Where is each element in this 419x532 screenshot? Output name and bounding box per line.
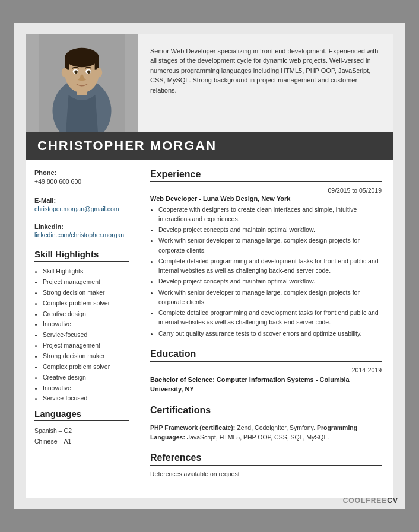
exp-bullet: Develop project concepts and maintain op… — [158, 276, 382, 286]
exp-title: Web Developer - Luna Web Design, New Yor… — [150, 195, 382, 202]
header-top: Senior Web Developer specializing in fro… — [26, 34, 393, 132]
name-bar: CHRISTOPHER MORGAN — [26, 132, 393, 160]
skill-item: Complex problem solver — [43, 362, 129, 372]
languages-section: Languages Spanish – C2Chinese – A1 — [34, 409, 129, 447]
exp-bullet: Complete detailed programming and develo… — [158, 308, 382, 327]
exp-bullets: Cooperate with designers to create clean… — [150, 205, 382, 338]
exp-bullet: Carry out quality assurance tests to dis… — [158, 329, 382, 338]
skill-item: Project management — [43, 340, 129, 351]
right-column: Experience 09/2015 to 05/2019Web Develop… — [138, 160, 393, 498]
phone-section: Phone: +49 800 600 600 — [34, 169, 129, 187]
skill-item: Service-focused — [43, 330, 129, 340]
svg-point-7 — [62, 68, 68, 77]
linkedin-label: Linkedin: — [34, 223, 129, 230]
email-section: E-Mail: christoper.morgan@gmail.com — [34, 197, 129, 212]
exp-bullet: Cooperate with designers to create clean… — [158, 205, 382, 224]
full-name: CHRISTOPHER MORGAN — [37, 138, 217, 153]
exp-bullet: Work with senior developer to manage lar… — [158, 235, 382, 255]
edu-title: Bachelor of Science: Computer Informatio… — [150, 375, 382, 394]
experience-entry: 09/2015 to 05/2019Web Developer - Luna W… — [150, 187, 382, 338]
resume-document: Senior Web Developer specializing in fro… — [26, 34, 393, 498]
certifications-section: Certifications PHP Framework (certificat… — [150, 405, 382, 442]
summary-section: Senior Web Developer specializing in fro… — [138, 34, 393, 132]
education-section: Education 2014-2019Bachelor of Science: … — [150, 349, 382, 394]
linkedin-section: Linkedin: linkedin.com/christopher.morga… — [34, 223, 129, 238]
svg-point-12 — [87, 70, 90, 73]
skill-item: Complex problem solver — [43, 298, 129, 309]
skill-item: Creative design — [43, 372, 129, 383]
cert-content: PHP Framework (certificate): Zend, Codei… — [150, 423, 382, 442]
svg-point-8 — [96, 68, 102, 77]
references-section: References References available on reque… — [150, 453, 382, 477]
linkedin-link[interactable]: linkedin.com/christopher.morgan — [34, 231, 129, 238]
references-text: References available on request — [150, 470, 382, 477]
education-entries: 2014-2019Bachelor of Science: Computer I… — [150, 367, 382, 394]
watermark-cv: CV — [387, 496, 398, 505]
skill-item: Project management — [43, 277, 129, 288]
phone-value: +49 800 600 600 — [34, 177, 129, 187]
skill-item: Creative design — [43, 309, 129, 320]
languages-heading: Languages — [34, 409, 129, 421]
skills-section: Skill Highlights Skill HighlightsProject… — [34, 249, 129, 404]
exp-date: 09/2015 to 05/2019 — [150, 187, 382, 194]
languages-list: Spanish – C2Chinese – A1 — [34, 426, 129, 447]
skill-item: Service-focused — [43, 393, 129, 404]
email-link[interactable]: christoper.morgan@gmail.com — [34, 205, 129, 212]
education-entry: 2014-2019Bachelor of Science: Computer I… — [150, 367, 382, 394]
exp-bullet: Work with senior developer to manage lar… — [158, 288, 382, 307]
references-heading: References — [150, 453, 382, 466]
experience-heading: Experience — [150, 169, 382, 182]
skill-item: Innovative — [43, 383, 129, 394]
skills-heading: Skill Highlights — [34, 249, 129, 262]
skill-item: Strong decision maker — [43, 351, 129, 362]
profile-photo — [26, 34, 138, 132]
edu-date: 2014-2019 — [150, 367, 382, 374]
skill-item: Strong decision maker — [43, 288, 129, 298]
watermark-main: COOLFREE — [343, 496, 388, 505]
skill-item: Skill Highlights — [43, 266, 129, 277]
exp-bullet: Complete detailed programming and develo… — [158, 256, 382, 276]
experience-entries: 09/2015 to 05/2019Web Developer - Luna W… — [150, 187, 382, 338]
exp-bullet: Develop project concepts and maintain op… — [158, 225, 382, 234]
skill-item: Innovative — [43, 319, 129, 330]
summary-text: Senior Web Developer specializing in fro… — [150, 46, 382, 95]
education-heading: Education — [150, 349, 382, 362]
left-column: Phone: +49 800 600 600 E-Mail: christope… — [26, 160, 138, 498]
certifications-heading: Certifications — [150, 405, 382, 418]
language-item: Chinese – A1 — [34, 437, 129, 447]
page-wrapper: Senior Web Developer specializing in fro… — [14, 23, 405, 510]
svg-point-4 — [65, 47, 99, 66]
experience-section: Experience 09/2015 to 05/2019Web Develop… — [150, 169, 382, 338]
watermark: COOLFREECV — [343, 496, 398, 505]
phone-label: Phone: — [34, 169, 129, 176]
email-label: E-Mail: — [34, 197, 129, 204]
body-section: Phone: +49 800 600 600 E-Mail: christope… — [26, 160, 393, 498]
language-item: Spanish – C2 — [34, 426, 129, 437]
skills-list: Skill HighlightsProject managementStrong… — [34, 266, 129, 404]
svg-point-11 — [74, 70, 77, 73]
